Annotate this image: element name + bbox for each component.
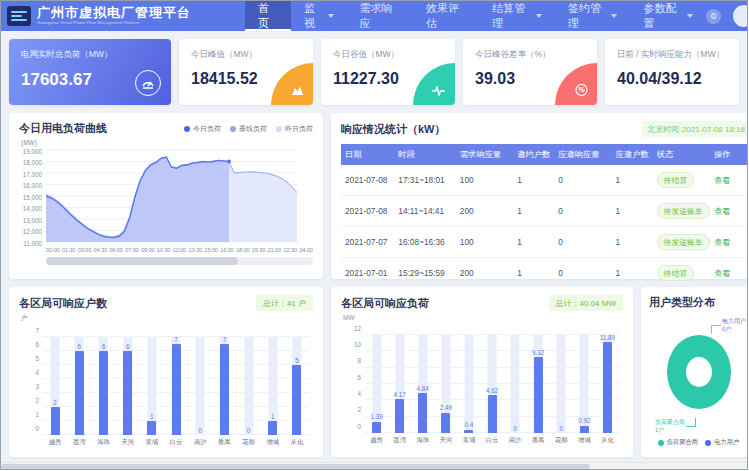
view-link[interactable]: 查看 xyxy=(714,206,731,216)
kpi-card-peak: 今日峰值（MW） 18415.52 xyxy=(179,39,313,105)
bar xyxy=(464,430,473,433)
x-category-label: 花都 xyxy=(550,436,573,445)
table-row: 2021-07-0716:08~16:36100101待发送账单查看 xyxy=(341,227,748,258)
x-category-label: 白云 xyxy=(480,436,503,445)
kpi-value: 40.04/39.12 xyxy=(617,70,727,88)
bar-col-6: 0 xyxy=(188,337,212,435)
donut-hole xyxy=(686,357,712,387)
x-category-label: 海珠 xyxy=(411,436,434,445)
table-row: 2021-07-0814:11~14:41200101待发送账单查看 xyxy=(341,196,748,227)
bar xyxy=(488,395,497,433)
legend-item-2[interactable]: 昨日负荷 xyxy=(276,124,313,134)
bar-col-3: 6 xyxy=(116,337,140,435)
nav-item-label: 监视 xyxy=(304,1,323,31)
y-tick-label: 6 xyxy=(35,342,39,348)
legend-dot xyxy=(276,126,282,132)
total-load-badge: 总计：40.04 MW xyxy=(549,295,623,311)
nav-item-2[interactable]: 需求响应 xyxy=(347,1,413,31)
district-users-categories: 越秀荔湾海珠天河黄埔白云南沙番禺花都增城从化 xyxy=(43,438,309,447)
load-curve-title: 今日用电负荷曲线 xyxy=(19,121,107,136)
bar xyxy=(441,413,450,433)
chart-zoom-thumb[interactable] xyxy=(46,257,238,265)
bar-value-label: 5 xyxy=(295,358,299,364)
bar-col-7: 9.32 xyxy=(527,335,550,433)
nav-item-0[interactable]: 首页 xyxy=(245,1,291,31)
bar-value-label: 4.62 xyxy=(486,388,498,394)
bar-value-label: 0 xyxy=(198,428,202,434)
nav-item-3[interactable]: 效果评估 xyxy=(413,1,479,31)
bottom-row: 各区局可响应户数 总计：41 户 户 0123456726661707015 越… xyxy=(9,287,739,457)
x-category-label: 黄埔 xyxy=(140,438,164,447)
y-tick-label: 4 xyxy=(357,391,361,397)
legend-item-0[interactable]: 今日负荷 xyxy=(184,124,221,134)
bar-value-label: 0 xyxy=(560,426,564,432)
district-users-title: 各区局可响应户数 xyxy=(19,296,107,311)
status-badge: 待结算 xyxy=(657,265,694,281)
nav-item-label: 效果评估 xyxy=(426,1,466,31)
gauge-icon xyxy=(135,70,161,96)
col-header: 邀约户数 xyxy=(513,144,554,165)
donut-legend-item-1[interactable]: 电力用户 xyxy=(705,438,739,447)
bar xyxy=(220,344,229,435)
bar-col-5: 7 xyxy=(164,337,188,435)
bar-value-label: 6 xyxy=(102,344,106,350)
user-type-donut: 电力用户 0户 负荷聚合商 1户 xyxy=(649,310,748,428)
nav-item-1[interactable]: 监视 xyxy=(291,1,346,31)
donut-legend-item-0[interactable]: 负荷聚合商 xyxy=(658,438,698,447)
chevron-down-icon xyxy=(687,14,693,18)
bar-col-2: 6 xyxy=(91,337,115,435)
bar-value-label: 1 xyxy=(150,414,154,420)
district-users-plot: 0123456726661707015 xyxy=(43,337,309,435)
callout-label: 负荷聚合商 xyxy=(655,419,685,427)
bar-col-4: 0.4 xyxy=(457,335,480,433)
bar-value-label: 0.4 xyxy=(465,422,474,428)
bar-value-label: 6 xyxy=(78,344,82,350)
middle-row: 今日用电负荷曲线 今日负荷基线负荷昨日负荷 (MW) 19,00018,0001… xyxy=(9,113,739,279)
load-curve-plot: 19,00018,00017,00016,00015,00014,00013,0… xyxy=(19,147,313,245)
bar-col-5: 4.62 xyxy=(480,335,503,433)
y-tick-label: 2 xyxy=(357,407,361,413)
bar-value-label: 2.49 xyxy=(440,405,452,411)
col-header: 需求响应量 xyxy=(456,144,513,165)
bar-value-label: 7 xyxy=(223,337,227,343)
app-title: 广州市虚拟电厂管理平台 xyxy=(37,6,191,20)
chevron-down-icon xyxy=(536,14,542,18)
x-category-label: 越秀 xyxy=(365,436,388,445)
bar-col-8: 0 xyxy=(550,335,573,433)
y-tick-label: 7 xyxy=(35,328,39,334)
nav-item-label: 首页 xyxy=(258,1,278,31)
bar xyxy=(99,351,108,435)
view-link[interactable]: 查看 xyxy=(714,175,731,185)
avatar[interactable] xyxy=(733,5,748,27)
nav-item-6[interactable]: 参数配置 xyxy=(630,1,706,31)
legend-dot xyxy=(184,126,190,132)
kpi-row: 电网实时总负荷（MW） 17603.67 今日峰值（MW） 18415.52 今… xyxy=(9,39,739,105)
callout-label: 电力用户 xyxy=(722,318,746,326)
view-link[interactable]: 查看 xyxy=(714,237,731,247)
x-category-label: 增城 xyxy=(573,436,596,445)
kpi-card-response-capacity: 日前 / 实时响应能力（MW） 40.04/39.12 xyxy=(605,39,739,105)
legend-item-1[interactable]: 基线负荷 xyxy=(230,124,267,134)
view-link[interactable]: 查看 xyxy=(714,268,731,278)
y-tick-label: 5 xyxy=(35,356,39,362)
bar-value-label: 7 xyxy=(174,337,178,343)
scrollbar-thumb[interactable] xyxy=(1,464,590,469)
nav-item-label: 结算管理 xyxy=(492,1,532,31)
district-load-unit: MW xyxy=(343,314,623,321)
load-area-chart xyxy=(46,147,297,245)
chart-zoom-slider[interactable] xyxy=(46,257,313,265)
nav-item-5[interactable]: 签约管理 xyxy=(555,1,631,31)
bar-background xyxy=(196,337,205,435)
legend-label: 基线负荷 xyxy=(239,124,267,134)
horizontal-scrollbar[interactable] xyxy=(1,462,747,469)
nav-item-4[interactable]: 结算管理 xyxy=(479,1,555,31)
bar-col-10: 5 xyxy=(285,337,309,435)
col-header: 应邀响应量 xyxy=(554,144,611,165)
y-tick-label: 12 xyxy=(354,326,361,332)
notification-badge[interactable]: 0 xyxy=(706,9,721,24)
bar-col-7: 7 xyxy=(212,337,236,435)
app-subtitle: Guangzhou Virtual Power Plant Management… xyxy=(37,20,168,25)
bar-value-label: 0 xyxy=(513,426,517,432)
bar xyxy=(603,342,612,433)
callout-aggregator: 负荷聚合商 1户 xyxy=(655,419,685,434)
